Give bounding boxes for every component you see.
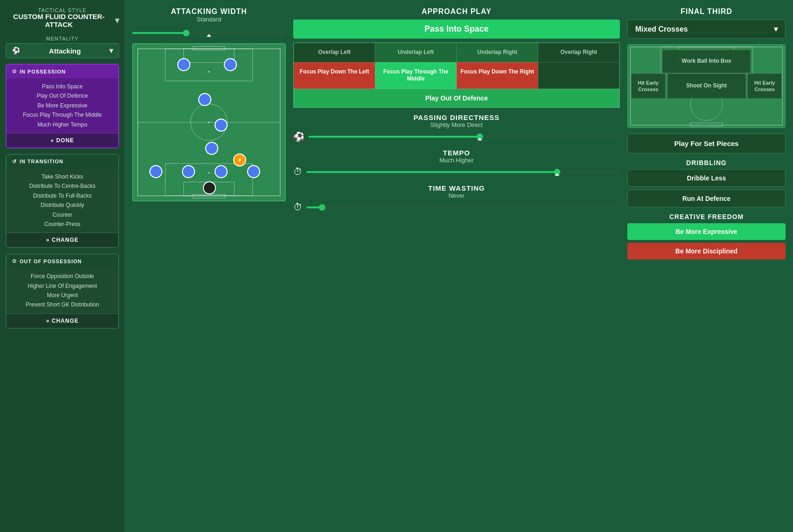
passing-directness-slider-row: ⚽ (293, 130, 620, 143)
play-out-of-defence-cell[interactable]: Play Out Of Defence (294, 89, 619, 107)
dribble-less-button[interactable]: Dribble Less (627, 169, 786, 187)
done-button[interactable]: « DONE (7, 133, 118, 147)
passing-directness-label-row: PASSING DIRECTNESS Slightly More Direct (293, 113, 620, 128)
slider-fill (309, 136, 480, 138)
focus-play-right-cell[interactable]: Focus Play Down The Right (457, 62, 538, 89)
focus-play-middle-cell[interactable]: Focus Play Through The Middle (375, 62, 457, 89)
underlap-left-cell[interactable]: Underlap Left (375, 43, 457, 62)
passing-directness-section: PASSING DIRECTNESS Slightly More Direct … (293, 113, 620, 143)
tempo-label-row: TEMPO Much Higher (293, 149, 620, 164)
time-wasting-slider[interactable] (306, 201, 620, 214)
slider-fill (306, 171, 557, 173)
time-wasting-value: Never (293, 192, 620, 199)
list-item: Much Higher Tempo (12, 120, 113, 129)
pass-into-space-button[interactable]: Pass Into Space (293, 20, 620, 39)
list-item: Focus Play Through The Middle (12, 110, 113, 120)
out-of-possession-items: Force Opposition Outside Higher Line Of … (7, 268, 118, 313)
focus-play-left-cell[interactable]: Focus Play Down The Left (294, 62, 375, 89)
out-of-possession-change-button[interactable]: » CHANGE (7, 313, 118, 328)
tempo-value: Much Higher (293, 157, 620, 164)
slider-fill (132, 32, 186, 34)
out-of-possession-icon: ⊙ (12, 258, 17, 264)
slider-container[interactable] (309, 132, 620, 141)
list-item: Prevent Short GK Distribution (12, 300, 113, 309)
in-transition-header[interactable]: ↺ IN TRANSITION (7, 155, 118, 168)
creative-freedom-title: CREATIVE FREEDOM (627, 213, 786, 220)
list-item: Counter-Press (12, 219, 113, 229)
run-at-defence-button[interactable]: Run At Defence (627, 190, 786, 207)
attacking-width-slider[interactable] (132, 28, 286, 38)
svg-point-3 (208, 121, 210, 123)
player-dot-orange: + (233, 153, 246, 166)
dribbling-section: DRIBBLING Dribble Less Run At Defence (627, 159, 786, 207)
slider-container[interactable] (306, 203, 620, 212)
pitch: + (132, 43, 286, 201)
in-possession-header[interactable]: ⊙ IN POSSESSION (7, 65, 118, 78)
list-item: Higher Line Of Engagement (12, 281, 113, 291)
hit-early-crosses-left-cell[interactable]: Hit Early Crosses (631, 73, 665, 98)
middle-panel: APPROACH PLAY Pass Into Space Overlap Le… (293, 7, 620, 525)
player-dot (224, 58, 237, 71)
out-of-possession-title: OUT OF POSSESSION (20, 259, 82, 264)
in-transition-items: Take Short Kicks Distribute To Centre-Ba… (7, 168, 118, 233)
slider-arrow-icon (207, 34, 211, 37)
mentality-value: Attacking (49, 47, 81, 55)
tactical-style-title: CUSTOM FLUID COUNTER-ATTACK ▾ (6, 13, 119, 28)
list-item: Pass Into Space (12, 82, 113, 91)
mentality-icon: ⚽ (12, 47, 20, 55)
time-wasting-section: TIME WASTING Never ⏱ (293, 184, 620, 214)
slider-thumb[interactable] (183, 30, 189, 36)
time-wasting-title: TIME WASTING (293, 184, 620, 192)
be-more-expressive-button[interactable]: Be More Expressive (627, 223, 786, 240)
svg-point-10 (208, 71, 210, 73)
overlap-left-cell[interactable]: Overlap Left (294, 43, 375, 62)
in-transition-card: ↺ IN TRANSITION Take Short Kicks Distrib… (6, 154, 119, 248)
chevron-down-icon[interactable]: ▾ (115, 16, 119, 26)
final-third-header: FINAL THIRD Mixed Crosses ▾ (627, 7, 786, 39)
in-transition-change-button[interactable]: » CHANGE (7, 233, 118, 247)
player-dot (182, 165, 195, 178)
list-item: Be More Expressive (12, 101, 113, 110)
slider-container[interactable] (306, 167, 620, 177)
list-item: Distribute Quickly (12, 200, 113, 210)
out-of-possession-header[interactable]: ⊙ OUT OF POSSESSION (7, 254, 118, 268)
mentality-dropdown[interactable]: ⚽ Attacking ▾ (6, 43, 119, 58)
tempo-icon: ⏱ (293, 166, 302, 177)
shoot-on-sight-cell[interactable]: Shoot On Sight (667, 73, 746, 98)
tempo-title: TEMPO (293, 149, 620, 157)
timer-icon: ⏱ (293, 202, 302, 213)
sidebar: TACTICAL STYLE CUSTOM FLUID COUNTER-ATTA… (0, 0, 125, 532)
attacking-width-header: ATTACKING WIDTH Standard (132, 7, 286, 23)
passing-directness-slider[interactable] (309, 130, 620, 143)
list-item: Counter (12, 210, 113, 219)
pitch-panel: ATTACKING WIDTH Standard (132, 7, 286, 525)
list-item: More Urgent (12, 291, 113, 300)
time-wasting-label-row: TIME WASTING Never (293, 184, 620, 199)
tempo-section: TEMPO Much Higher ⏱ (293, 149, 620, 179)
attacking-width-title: ATTACKING WIDTH (132, 7, 286, 16)
slider-thumb[interactable] (319, 204, 325, 211)
mentality-label: MENTALITY (6, 36, 119, 41)
creative-freedom-section: CREATIVE FREEDOM Be More Expressive Be M… (627, 213, 786, 259)
overlap-right-cell[interactable]: Overlap Right (538, 43, 619, 62)
player-dot (198, 93, 211, 106)
final-third-pitch: Work Ball Into Box Hit Early Crosses Sho… (627, 44, 786, 128)
out-of-possession-card: ⊙ OUT OF POSSESSION Force Opposition Out… (6, 253, 119, 329)
slider-track (306, 171, 620, 173)
work-ball-into-box-cell[interactable]: Work Ball Into Box (662, 50, 750, 73)
player-dot (149, 165, 162, 178)
svg-rect-9 (193, 194, 225, 198)
tempo-slider[interactable] (306, 166, 620, 179)
underlap-right-cell[interactable]: Underlap Right (457, 43, 538, 62)
tactical-style-name: CUSTOM FLUID COUNTER-ATTACK (6, 13, 112, 28)
mixed-crosses-dropdown[interactable]: Mixed Crosses ▾ (627, 20, 786, 39)
list-item: Distribute To Centre-Backs (12, 181, 113, 191)
attacking-width-value: Standard (132, 16, 286, 23)
hit-early-crosses-right-cell[interactable]: Hit Early Crosses (747, 73, 782, 98)
play-for-set-pieces-button[interactable]: Play For Set Pieces (627, 133, 786, 153)
mentality-section: MENTALITY ⚽ Attacking ▾ (6, 36, 119, 58)
approach-play-grid: Overlap Left Underlap Left Underlap Righ… (293, 42, 620, 108)
in-transition-title: IN TRANSITION (20, 159, 63, 164)
player-dot (247, 165, 260, 178)
be-more-disciplined-button[interactable]: Be More Disciplined (627, 243, 786, 259)
